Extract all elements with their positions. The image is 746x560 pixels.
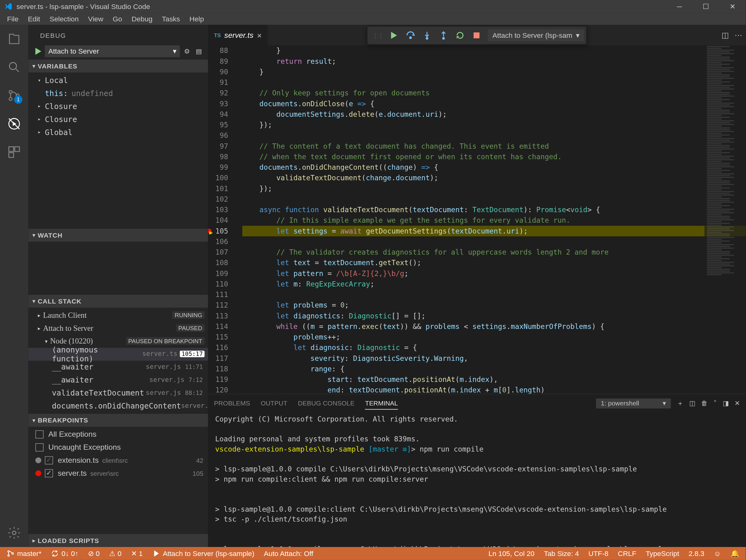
tab-size[interactable]: Tab Size: 4 (542, 550, 580, 558)
breakpoint-item[interactable]: server.tsserver\src105 (28, 467, 208, 479)
menu-view[interactable]: View (83, 13, 108, 24)
line-gutter[interactable]: 8889909192939495969798991001011021031041… (208, 46, 235, 394)
loaded-scripts-header[interactable]: ▸LOADED SCRIPTS (28, 534, 208, 547)
stack-frame[interactable]: (anonymous function)server.ts105:17 (28, 348, 208, 360)
debug-toolbar[interactable]: ⋮⋮ Attach to Server (lsp-sam▾ (367, 26, 587, 45)
code-editor[interactable]: } return result; } // Only keep settings… (235, 46, 746, 394)
maximize-button[interactable]: ☐ (693, 0, 719, 13)
svg-rect-7 (15, 147, 20, 151)
checkbox[interactable] (45, 469, 53, 477)
checkbox[interactable] (35, 430, 44, 438)
panel-up-icon[interactable]: ˄ (714, 399, 717, 407)
continue-icon[interactable] (386, 28, 402, 43)
tab-output[interactable]: OUTPUT (261, 397, 287, 409)
callstack-session[interactable]: ▸Attach to ServerPAUSED (28, 322, 208, 334)
watch-header[interactable]: ▾WATCH (28, 229, 208, 242)
status-launch[interactable]: Attach to Server (lsp-sample) (150, 550, 256, 558)
tab-problems[interactable]: PROBLEMS (214, 397, 250, 409)
x-count[interactable]: ✕ 1 (129, 550, 145, 558)
menu-help[interactable]: Help (184, 13, 208, 24)
scope-closure[interactable]: ▸Closure (28, 100, 208, 113)
more-icon[interactable]: ⋯ (735, 31, 742, 40)
menu-debug[interactable]: Debug (127, 13, 157, 24)
terminal-select[interactable]: 1: powershell▾ (596, 398, 671, 408)
svg-point-12 (443, 37, 444, 39)
debug-console-icon[interactable]: ▤ (194, 48, 203, 55)
step-over-icon[interactable] (403, 28, 418, 43)
tab-server-ts[interactable]: TS server.ts × (208, 25, 268, 46)
breakpoint-item[interactable]: extension.tsclient\src42 (28, 454, 208, 467)
stack-frame[interactable]: validateTextDocumentserver.js88:12 (28, 387, 208, 400)
close-panel-icon[interactable]: ✕ (735, 399, 740, 407)
start-debug-icon[interactable] (33, 47, 42, 56)
chevron-down-icon: ▾ (173, 47, 176, 55)
svg-point-1 (9, 90, 12, 93)
debug-session-select[interactable]: Attach to Server (lsp-sam▾ (488, 29, 584, 41)
menu-edit[interactable]: Edit (23, 13, 45, 24)
stack-frame[interactable]: __awaiterserver.js7:12 (28, 374, 208, 387)
typescript-icon: TS (214, 32, 221, 38)
git-sync[interactable]: 0↓ 0↑ (49, 550, 80, 558)
ts-version[interactable]: 2.8.3 (687, 550, 706, 558)
drag-handle-icon[interactable]: ⋮⋮ (370, 28, 385, 43)
kill-terminal-icon[interactable]: 🗑 (701, 400, 708, 407)
checkbox[interactable] (45, 456, 53, 464)
terminal[interactable]: Copyright (C) Microsoft Corporation. All… (208, 412, 746, 547)
svg-rect-13 (474, 32, 480, 38)
gear-icon[interactable]: ⚙ (182, 48, 192, 55)
bp-uncaught-exceptions[interactable]: Uncaught Exceptions (28, 441, 208, 454)
maximize-panel-icon[interactable]: ◨ (723, 399, 729, 407)
feedback-icon[interactable]: ☺ (712, 550, 723, 558)
tab-terminal[interactable]: TERMINAL (365, 397, 398, 410)
settings-icon[interactable] (0, 519, 28, 547)
callstack-session[interactable]: ▸Launch ClientRUNNING (28, 308, 208, 322)
search-icon[interactable] (0, 53, 28, 81)
eol[interactable]: CRLF (616, 550, 638, 558)
scope-closure-2[interactable]: ▸Closure (28, 112, 208, 125)
callstack-header[interactable]: ▾CALL STACK (28, 295, 208, 307)
title-bar: server.ts - lsp-sample - Visual Studio C… (0, 0, 746, 13)
close-button[interactable]: ✕ (719, 0, 746, 13)
tab-debug-console[interactable]: DEBUG CONSOLE (298, 397, 355, 409)
scm-icon[interactable]: 1 (0, 82, 28, 110)
split-terminal-icon[interactable]: ◫ (689, 399, 695, 407)
menu-go[interactable]: Go (108, 13, 127, 24)
explorer-icon[interactable] (0, 25, 28, 53)
new-terminal-icon[interactable]: ＋ (677, 399, 683, 408)
extensions-icon[interactable] (0, 138, 28, 166)
warnings-count[interactable]: ⚠ 0 (107, 550, 123, 558)
scope-global[interactable]: ▸Global (28, 125, 208, 139)
restart-icon[interactable] (452, 28, 467, 43)
bp-all-exceptions[interactable]: All Exceptions (28, 428, 208, 441)
errors-count[interactable]: ⊘ 0 (86, 550, 102, 558)
svg-point-0 (9, 63, 17, 70)
checkbox[interactable] (35, 443, 44, 451)
git-branch[interactable]: master* (5, 550, 43, 558)
menu-selection[interactable]: Selection (45, 13, 83, 24)
svg-point-15 (8, 555, 9, 556)
stack-frame[interactable]: documents.onDidChangeContentserver.ts100… (28, 400, 208, 413)
notifications-icon[interactable]: 🔔 (729, 550, 741, 558)
var-this[interactable]: this:undefined (28, 87, 208, 100)
debug-icon[interactable] (0, 110, 28, 138)
step-out-icon[interactable] (436, 28, 451, 43)
split-editor-icon[interactable]: ◫ (721, 31, 729, 40)
encoding[interactable]: UTF-8 (586, 550, 610, 558)
menu-file[interactable]: File (2, 13, 23, 24)
minimize-button[interactable]: ─ (666, 0, 693, 13)
status-autoattach[interactable]: Auto Attach: Off (262, 550, 315, 558)
stack-frame[interactable]: __awaiterserver.js11:71 (28, 360, 208, 374)
stop-icon[interactable] (469, 28, 484, 43)
scm-badge: 1 (14, 95, 23, 104)
menu-tasks[interactable]: Tasks (157, 13, 184, 24)
language-mode[interactable]: TypeScript (644, 550, 681, 558)
close-icon[interactable]: × (257, 30, 262, 40)
step-into-icon[interactable] (420, 28, 435, 43)
scope-local[interactable]: ▾Local (28, 74, 208, 87)
cursor-position[interactable]: Ln 105, Col 20 (487, 550, 536, 558)
debug-config-select[interactable]: Attach to Server ▾ (45, 46, 180, 57)
breakpoints-header[interactable]: ▾BREAKPOINTS (28, 413, 208, 426)
minimap[interactable] (705, 46, 746, 394)
variables-header[interactable]: ▾VARIABLES (28, 59, 208, 72)
window-title: server.ts - lsp-sample - Visual Studio C… (17, 2, 666, 11)
